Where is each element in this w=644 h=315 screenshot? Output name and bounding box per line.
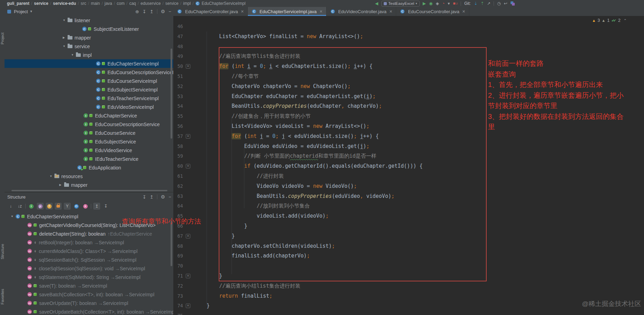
undo-icon[interactable]: ↩ [504,0,507,7]
structure-item[interactable]: msave(T): boolean →ServiceImpl [5,281,173,290]
editor-tab[interactable]: CEduChapterServiceImpl.java✕ [248,7,327,16]
line-number[interactable]: 71 [173,271,183,281]
line-number[interactable]: 52 [173,81,183,91]
tree-row[interactable]: CEduChapterServiceImpl [5,59,173,68]
breadcrumb[interactable]: guli_parent/service/service-edu/src/main… [6,1,246,6]
tree-row[interactable]: CSubjectExcelListener [5,25,173,33]
tree-row[interactable]: IEduSubjectService [5,137,173,146]
vertical-scrollbar[interactable] [171,49,172,139]
coverage-icon[interactable]: ◈ [436,0,439,7]
git-update-icon[interactable]: ⇣ [474,0,477,7]
line-number[interactable]: 50 [173,61,183,71]
structure-item[interactable]: m♀retBool(Integer): boolean →ServiceImpl [5,238,173,247]
show-non-public-icon[interactable] [55,203,62,210]
tool-window-tab-structure[interactable]: Structure [0,236,5,267]
fold-marker-icon[interactable]: ∧ [186,274,190,278]
line-number[interactable]: 67 [173,231,183,241]
tree-row[interactable]: CEduCourseServiceImpl [5,77,173,85]
code-line[interactable]: 75 [173,311,644,315]
run-config-combo[interactable]: TestEasyExcel▾ [381,1,419,7]
line-number[interactable]: 60 [173,161,183,171]
line-number[interactable]: 58 [173,141,183,151]
fold-marker-icon[interactable]: ∨ [186,134,190,139]
tree-expand-icon[interactable]: ▶ [63,36,66,39]
tree-expand-icon[interactable]: ▼ [50,175,53,178]
structure-item[interactable]: msaveOrUpdateBatch(Collection<T>, int): … [5,307,173,315]
chevron-down-icon[interactable]: ▼ [29,10,33,13]
chevron-down-icon[interactable]: ▾ [448,0,450,7]
line-number[interactable]: 73 [173,291,183,301]
breadcrumb-item[interactable]: service [165,1,179,6]
settings-icon[interactable]: ⚙ [161,194,165,200]
editor-tab[interactable]: CEduVideoController.java✕ [327,7,396,16]
back-icon[interactable]: ◀ [375,0,378,7]
tree-row[interactable]: IIEduTeacherService [5,155,173,163]
code-line[interactable]: 47 List<ChapterVo> finalList = new Array… [173,32,644,42]
horizontal-scrollbar[interactable] [11,190,167,191]
editor-tab[interactable]: CEduChapterController.java✕ [173,7,248,16]
vertical-scrollbar[interactable] [171,221,172,266]
line-number[interactable]: 61 [173,171,183,181]
line-number[interactable]: 74 [173,301,183,311]
close-tab-icon[interactable]: ✕ [462,9,465,14]
line-number[interactable]: 51 [173,71,183,81]
code-text[interactable]: } [194,271,222,281]
code-text[interactable]: return finalList; [194,291,272,301]
structure-item[interactable]: msaveOrUpdate(T): boolean →ServiceImpl [5,299,173,307]
fold-marker-icon[interactable]: ∧ [186,234,190,238]
structure-item[interactable]: m♀sqlSessionBatch(): SqlSession →Service… [5,255,173,264]
tree-row[interactable]: ▶mapper [5,33,173,42]
code-line[interactable]: 46 [173,21,644,32]
chevron-up-icon[interactable]: ⌃ [624,18,627,23]
tree-expand-icon[interactable]: ▼ [63,45,66,48]
tree-row[interactable]: IEduChapterService [5,111,173,120]
fold-marker-icon[interactable]: ∨ [186,64,190,69]
structure-item[interactable]: m♀sqlStatement(SqlMethod): String →Servi… [5,273,173,281]
line-number[interactable]: 75 [173,311,183,315]
breadcrumb-item[interactable]: EduChapterServiceImpl [202,1,246,6]
history-icon[interactable]: ◷ [497,0,501,7]
code-text[interactable]: } [194,301,210,311]
structure-item[interactable]: m♀closeSqlSession(SqlSession): void →Ser… [5,264,173,273]
tree-expand-icon[interactable]: ▶ [59,183,63,186]
debug-icon[interactable]: ◉ [429,0,433,7]
line-number[interactable]: 59 [173,151,183,161]
project-panel-title[interactable]: Project [14,9,28,14]
tree-row[interactable]: CEduCourseDescriptionServiceImpl [5,68,173,77]
show-fields-icon[interactable]: f [46,203,53,210]
line-number[interactable]: 46 [173,21,183,32]
autoscroll-to-source-icon[interactable]: ↥ [93,203,100,210]
line-number[interactable]: 64 [173,201,183,211]
close-tab-icon[interactable]: ✕ [319,9,322,14]
code-text[interactable]: //遍历查询小结list集合进行封装 [194,281,300,291]
run-icon[interactable]: ▶ [423,0,426,7]
settings-icon[interactable]: ⚙ [161,9,165,14]
structure-item[interactable]: msaveBatch(Collection<T>, int): boolean … [5,290,173,299]
collapse-all-icon[interactable]: ↥ [150,194,154,200]
sort-alphabetically-icon[interactable]: ↓z [16,203,23,210]
fold-marker-icon[interactable]: ∨ [186,164,190,168]
line-number[interactable]: 55 [173,111,183,121]
line-number[interactable]: 49 [173,51,183,61]
line-number[interactable]: 72 [173,281,183,291]
close-tab-icon[interactable]: ✕ [389,9,392,14]
breadcrumb-item[interactable]: src [81,1,86,6]
line-number[interactable]: 56 [173,121,183,131]
tree-row[interactable]: IEduCourseService [5,129,173,137]
editor-tab[interactable]: CEduCourseController.java✕ [396,7,469,16]
hide-panel-icon[interactable]: − [168,9,171,14]
breadcrumb-item[interactable]: guli_parent [7,1,29,6]
line-number[interactable]: 70 [173,261,183,271]
group-methods-icon[interactable]: Y [64,203,71,210]
line-number[interactable]: 53 [173,91,183,102]
collapse-all-icon[interactable]: ↥ [150,9,154,14]
git-compare-icon[interactable]: ↗ [487,0,490,7]
inspections-widget[interactable]: ▲ 3 ▲ 1 ✔✔ 2 ⌃ [592,18,627,23]
tree-expand-icon[interactable]: ▼ [11,215,14,218]
breadcrumb-item[interactable]: impl [183,1,191,6]
tree-row[interactable]: IEduCourseDescriptionService [5,120,173,129]
tree-row[interactable]: ▼service [5,42,173,51]
breadcrumb-item[interactable]: caq [129,1,136,6]
breadcrumb-item[interactable]: com [117,1,125,6]
show-properties-icon[interactable]: p [37,203,44,210]
